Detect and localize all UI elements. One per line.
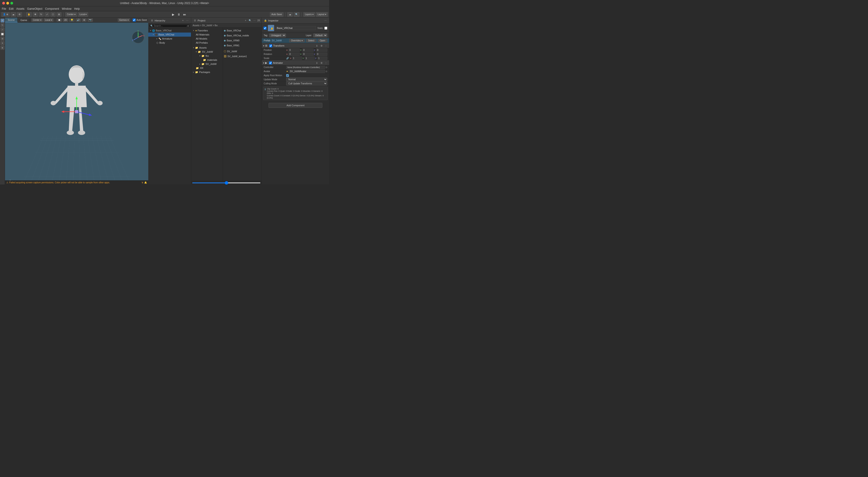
scene-gizmo[interactable]: X Y Z bbox=[131, 31, 145, 44]
project-file-sv-jobw[interactable]: ⬡ SV_JobW bbox=[224, 49, 260, 53]
tool-rect[interactable]: ⬜ bbox=[0, 32, 4, 36]
transform-info-icon[interactable]: ℹ bbox=[315, 44, 319, 48]
tool-custom2[interactable]: ◈ bbox=[0, 46, 4, 50]
culling-mode-dropdown[interactable]: Always Animate Cull Update Transforms Cu… bbox=[286, 82, 327, 85]
menu-window[interactable]: Window bbox=[62, 7, 71, 10]
animator-info-icon[interactable]: ℹ bbox=[315, 61, 319, 65]
hierarchy-all-label[interactable]: All bbox=[187, 25, 189, 27]
scene-viewport[interactable]: X Y Z < Persp ⚠ Failed acquiring screen … bbox=[5, 23, 148, 184]
project-all-prefabs[interactable]: All Prefabs bbox=[191, 41, 223, 45]
transform-header[interactable]: ▾ ⊞ Transform ℹ ⚙ ⋮ bbox=[262, 43, 329, 48]
layout-dropdown[interactable]: Layout ▾ bbox=[316, 12, 328, 17]
menu-file[interactable]: File bbox=[2, 7, 6, 10]
step-button[interactable]: ⏭ bbox=[182, 13, 187, 16]
project-menu-icon[interactable]: ☰ bbox=[193, 19, 197, 22]
root-motion-checkbox[interactable] bbox=[286, 74, 289, 77]
transform-enabled-checkbox[interactable] bbox=[269, 44, 272, 47]
scale-lock-icon[interactable]: 🔗 bbox=[286, 57, 289, 59]
tab-scene[interactable]: Scene bbox=[5, 18, 18, 22]
tool-rotate[interactable]: ↻ bbox=[0, 23, 4, 27]
cloud-build-button[interactable]: ☁ bbox=[287, 12, 293, 17]
transform-mode-hand[interactable]: ✋ bbox=[26, 12, 32, 17]
scene-audio-btn[interactable]: 🔊 bbox=[75, 18, 81, 22]
project-sv-jobw-2[interactable]: ▸ 📁 SV_JobW bbox=[191, 62, 223, 66]
tool-move[interactable]: ✥ bbox=[0, 19, 4, 23]
close-button[interactable] bbox=[2, 2, 5, 4]
project-file-base-vrm0[interactable]: ◈ Base_VRM0 bbox=[224, 38, 260, 42]
local-toggle[interactable]: Local ▾ bbox=[78, 12, 88, 17]
transform-mode-scale[interactable]: ⤢ bbox=[44, 12, 50, 17]
inspector-lock-icon[interactable]: 🔒 bbox=[264, 19, 267, 22]
transform-mode-all[interactable]: ⊞ bbox=[57, 12, 61, 17]
project-file-sv-jobw-texture1[interactable]: 🖼 SV_JobW_texture1 bbox=[224, 54, 260, 58]
scale-x-input[interactable] bbox=[292, 57, 302, 60]
hierarchy-add-icon[interactable]: + bbox=[181, 19, 185, 22]
hierarchy-more-icon[interactable]: ⋯ bbox=[186, 19, 189, 22]
hierarchy-item-base-vrchat[interactable]: ▾ ⬛ Base_VRChat bbox=[148, 33, 191, 37]
open-button[interactable]: Open bbox=[318, 39, 327, 42]
project-materials-1[interactable]: 📁 materials bbox=[191, 58, 223, 62]
project-file-base-vrchat[interactable]: ◈ Base_VRChat bbox=[224, 28, 260, 33]
project-sv-jobw[interactable]: ▾ 📁 SV_JobW bbox=[191, 50, 223, 54]
scene-fx-btn[interactable]: ⚙ bbox=[82, 18, 87, 22]
scene-grid-btn[interactable]: 🔲 bbox=[57, 18, 62, 22]
tool-scale[interactable]: ⤢ bbox=[0, 28, 4, 32]
hierarchy-item-body[interactable]: ⬡ Body bbox=[148, 41, 191, 45]
avatar-pick-icon[interactable]: ⊙ bbox=[326, 70, 327, 72]
tool-custom1[interactable]: ✦ bbox=[0, 41, 4, 45]
collab-button[interactable]: ☁ bbox=[11, 12, 16, 17]
scene-center-btn[interactable]: Center ▾ bbox=[31, 18, 43, 22]
scene-cam-btn[interactable]: 📷 bbox=[88, 18, 93, 22]
settings-button[interactable]: ⚙ bbox=[17, 12, 22, 17]
position-z-input[interactable] bbox=[316, 49, 327, 52]
hierarchy-item-armature[interactable]: ▸ 🦴 Armature bbox=[148, 37, 191, 41]
transform-mode-move[interactable]: ✥ bbox=[33, 12, 38, 17]
center-toggle[interactable]: Center ▾ bbox=[65, 12, 77, 17]
menu-assets[interactable]: Assets bbox=[16, 7, 24, 10]
controller-pick-icon[interactable]: ⊙ bbox=[326, 66, 327, 68]
tab-game[interactable]: Game bbox=[18, 18, 30, 22]
project-add-icon[interactable]: + bbox=[244, 19, 247, 22]
project-all-materials[interactable]: All Materials bbox=[191, 33, 223, 37]
project-zoom-slider[interactable] bbox=[192, 182, 260, 183]
select-button[interactable]: Select bbox=[306, 39, 316, 42]
auto-save-checkbox[interactable] bbox=[133, 19, 135, 22]
inspector-more-icon[interactable]: ⋯ bbox=[324, 19, 327, 22]
play-button[interactable]: ▶ bbox=[171, 13, 176, 16]
transform-settings-icon[interactable]: ⚙ bbox=[320, 44, 323, 48]
tool-snap[interactable]: ⊞ bbox=[0, 37, 4, 41]
object-name-input[interactable] bbox=[276, 26, 316, 30]
update-mode-dropdown[interactable]: Normal AnimatePhysics UnscaledTime bbox=[286, 78, 327, 81]
maximize-button[interactable] bbox=[10, 2, 13, 4]
hierarchy-menu-icon[interactable]: ☰ bbox=[150, 19, 154, 22]
hierarchy-item-scene[interactable]: ▾ 🌐 Base_VRChat bbox=[148, 28, 191, 33]
project-favorites-header[interactable]: ▾ ★ Favorites bbox=[191, 28, 223, 33]
scene-2d-btn[interactable]: 2D bbox=[63, 18, 68, 22]
layer-dropdown[interactable]: Default bbox=[313, 33, 327, 37]
animator-more-icon[interactable]: ⋮ bbox=[324, 61, 328, 65]
avatar-input[interactable] bbox=[289, 70, 325, 73]
project-search-icon[interactable]: 🔍 bbox=[248, 19, 252, 22]
layers-dropdown[interactable]: Layers ▾ bbox=[303, 12, 315, 17]
search-button[interactable]: 🔍 bbox=[293, 12, 300, 17]
overrides-button[interactable]: Overrides ▾ bbox=[289, 39, 305, 42]
add-component-button[interactable]: Add Component bbox=[269, 103, 322, 108]
scale-y-input[interactable] bbox=[305, 57, 315, 60]
auto-save-button[interactable]: Auto Save bbox=[270, 12, 283, 17]
project-fbx[interactable]: ▾ 📁 fbx bbox=[191, 54, 223, 58]
position-y-input[interactable] bbox=[303, 49, 313, 52]
rotation-y-input[interactable] bbox=[303, 53, 313, 56]
project-all-models[interactable]: All Models bbox=[191, 37, 223, 41]
position-x-input[interactable] bbox=[288, 49, 300, 52]
scene-gizmos-btn[interactable]: Gizmos ▾ bbox=[118, 18, 130, 22]
rotation-x-input[interactable] bbox=[288, 53, 300, 56]
tag-dropdown[interactable]: Untagged bbox=[269, 33, 286, 37]
object-active-checkbox[interactable] bbox=[264, 27, 267, 30]
hierarchy-search-input[interactable] bbox=[154, 25, 187, 27]
project-file-base-vrm1[interactable]: ◈ Base_VRM1 bbox=[224, 43, 260, 48]
scale-z-input[interactable] bbox=[317, 57, 327, 60]
menu-component[interactable]: Component bbox=[45, 7, 59, 10]
account-button[interactable]: 👤 ⊕ bbox=[1, 12, 10, 17]
transform-more-icon[interactable]: ⋮ bbox=[324, 44, 328, 48]
scene-light-btn[interactable]: 💡 bbox=[69, 18, 74, 22]
